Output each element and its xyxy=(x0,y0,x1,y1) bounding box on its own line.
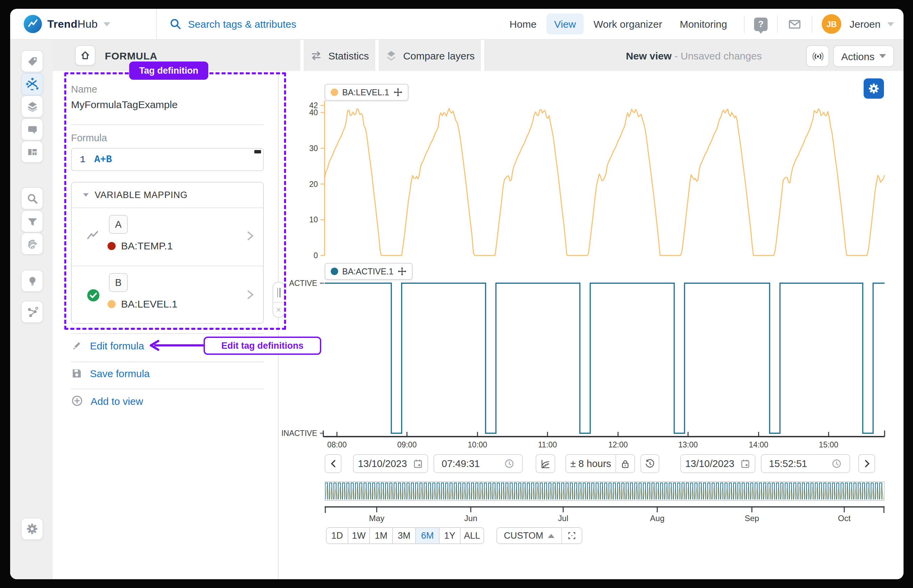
top-bar: TrendHub Search tags & attributes Home V… xyxy=(10,9,903,40)
caret-up-icon xyxy=(548,534,555,538)
nav-monitoring[interactable]: Monitoring xyxy=(672,13,735,34)
compare-layers-button[interactable]: Compare layers xyxy=(379,40,481,71)
grip-icon[interactable] xyxy=(273,283,284,303)
collapse-panel-icon[interactable]: ✕ xyxy=(276,303,282,317)
avatar[interactable]: JB xyxy=(822,14,841,34)
search-bar[interactable]: Search tags & attributes xyxy=(157,9,502,39)
series-color-dot xyxy=(107,300,116,308)
legend-ba-active[interactable]: BA:ACTIVE.1 xyxy=(325,263,412,280)
shift-forward-button[interactable] xyxy=(858,454,875,473)
context-tool-button[interactable] xyxy=(21,301,43,323)
end-date-field[interactable]: 13/10/2023 xyxy=(680,454,756,473)
variable-row-b[interactable]: B BA:LEVEL.1 xyxy=(72,266,263,325)
formula-tool-button[interactable] xyxy=(21,73,43,95)
chevron-right-icon[interactable] xyxy=(246,230,255,242)
range-buttons: 1D1W1M3M6M1YALL CUSTOM xyxy=(326,527,583,544)
nav-home[interactable]: Home xyxy=(502,13,544,34)
formula-expression[interactable]: A+B xyxy=(94,154,112,165)
formula-panel: Name MyFormulaTagExample Formula 1 A+B V… xyxy=(53,71,278,579)
lock-duration-button[interactable] xyxy=(616,455,635,472)
screen: TrendHub Search tags & attributes Home V… xyxy=(0,0,913,588)
mail-icon[interactable] xyxy=(787,16,802,31)
fingerprint-icon xyxy=(26,237,38,250)
insights-tool-button[interactable] xyxy=(21,270,43,292)
calendar-icon xyxy=(413,458,423,469)
dashboard-icon xyxy=(26,145,38,158)
range-button-1w[interactable]: 1W xyxy=(348,527,370,544)
range-button-1y[interactable]: 1Y xyxy=(439,527,461,544)
history-icon xyxy=(644,458,655,469)
range-button-6m[interactable]: 6M xyxy=(415,527,440,544)
tag-tool-button[interactable] xyxy=(21,50,43,72)
svg-text:40: 40 xyxy=(309,108,318,117)
comments-tool-button[interactable] xyxy=(21,118,43,141)
duration-group: ± 8 hours xyxy=(565,454,635,473)
divider xyxy=(777,15,778,33)
compare-trends-button[interactable] xyxy=(536,454,555,473)
fit-frame-button[interactable] xyxy=(562,528,582,543)
edit-formula-action[interactable]: Edit formula xyxy=(71,340,144,351)
trend-steps-icon xyxy=(540,458,551,469)
settings-tool-button[interactable] xyxy=(21,518,43,540)
user-menu-caret-icon[interactable] xyxy=(887,22,894,26)
user-name[interactable]: Jeroen xyxy=(850,18,881,30)
compare-layers-icon xyxy=(385,49,398,62)
svg-text:30: 30 xyxy=(309,144,318,153)
app-window: TrendHub Search tags & attributes Home V… xyxy=(10,9,903,579)
variable-tag[interactable]: BA:TEMP.1 xyxy=(107,240,173,251)
move-icon[interactable] xyxy=(393,88,402,97)
range-button-3m[interactable]: 3M xyxy=(392,527,416,544)
divider xyxy=(811,15,812,33)
range-button-1m[interactable]: 1M xyxy=(369,527,393,544)
brand-name: TrendHub xyxy=(47,18,98,30)
trend-charts[interactable]: 42403020100ACTIVEINACTIVE08:0009:0010:00… xyxy=(278,71,903,451)
end-time-field[interactable]: 15:52:51 xyxy=(761,454,850,473)
comment-icon xyxy=(26,123,38,136)
actions-button[interactable]: Actions xyxy=(833,45,894,67)
svg-text:0: 0 xyxy=(314,251,318,260)
help-icon[interactable]: ? xyxy=(754,17,767,31)
brand[interactable]: TrendHub xyxy=(10,9,157,39)
history-button[interactable] xyxy=(641,454,659,473)
search-tool-button[interactable] xyxy=(21,187,43,210)
chevron-right-icon[interactable] xyxy=(246,289,255,301)
layers-tool-button[interactable] xyxy=(21,95,43,118)
svg-text:Jun: Jun xyxy=(464,514,478,523)
clock-icon xyxy=(504,458,515,469)
range-button-all[interactable]: ALL xyxy=(460,527,484,544)
fingerprint-tool-button[interactable] xyxy=(21,233,43,255)
svg-text:15:00: 15:00 xyxy=(819,440,839,449)
filter-tool-button[interactable] xyxy=(21,210,43,233)
shift-back-button[interactable] xyxy=(325,454,342,473)
formula-editor[interactable]: 1 A+B xyxy=(71,148,264,171)
move-icon[interactable] xyxy=(397,267,406,276)
brand-caret-icon[interactable] xyxy=(103,22,110,26)
dashboard-tool-button[interactable] xyxy=(21,141,43,163)
svg-text:ACTIVE: ACTIVE xyxy=(289,279,317,288)
statistics-button[interactable]: Statistics xyxy=(304,40,376,71)
variable-row-a[interactable]: A BA:TEMP.1 xyxy=(72,208,263,266)
name-value[interactable]: MyFormulaTagExample xyxy=(71,99,178,110)
home-button[interactable] xyxy=(75,45,96,66)
add-to-view-action[interactable]: Add to view xyxy=(71,395,143,407)
variable-tag[interactable]: BA:LEVEL.1 xyxy=(107,298,178,310)
start-time-field[interactable]: 07:49:31 xyxy=(434,454,523,473)
nav-view[interactable]: View xyxy=(547,13,584,34)
range-button-1d[interactable]: 1D xyxy=(326,527,348,544)
variable-mapping-header[interactable]: VARIABLE MAPPING xyxy=(72,183,263,208)
live-mode-button[interactable] xyxy=(806,45,829,67)
month-axis: MayJunJulAugSepOct xyxy=(325,504,885,523)
svg-text:Aug: Aug xyxy=(650,514,664,523)
divider xyxy=(71,333,264,334)
nav-work-organizer[interactable]: Work organizer xyxy=(586,13,670,34)
chart-settings-button[interactable] xyxy=(864,78,884,99)
start-date-field[interactable]: 13/10/2023 xyxy=(353,454,428,473)
save-formula-action[interactable]: Save formula xyxy=(71,368,150,379)
legend-ba-level[interactable]: BA:LEVEL.1 xyxy=(325,84,408,101)
custom-range-button[interactable]: CUSTOM xyxy=(497,528,562,543)
panel-resize-handle[interactable]: ✕ xyxy=(272,282,285,318)
editor-scrollbar[interactable] xyxy=(254,150,261,153)
svg-text:13:00: 13:00 xyxy=(678,440,698,449)
duration-button[interactable]: ± 8 hours xyxy=(566,455,615,472)
overview-strip[interactable] xyxy=(325,481,885,501)
